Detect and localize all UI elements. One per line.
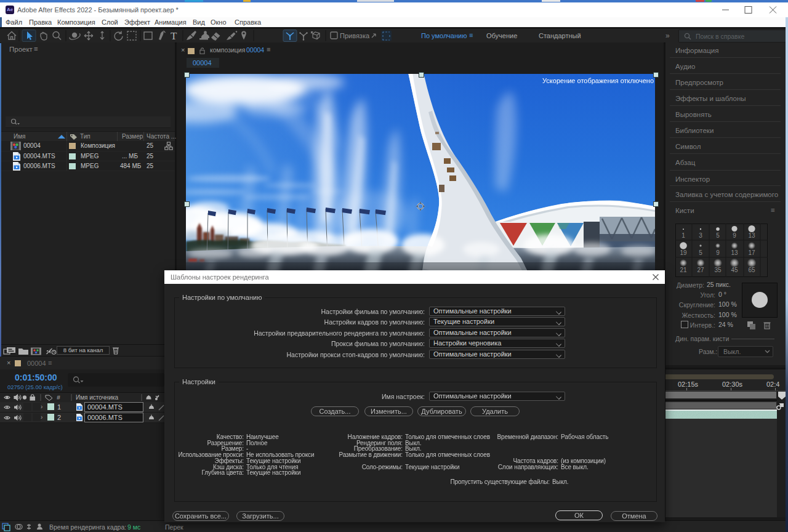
svg-text:9: 9 (733, 232, 736, 239)
svg-text:13: 13 (748, 232, 755, 239)
svg-text:9: 9 (716, 249, 720, 256)
svg-text:5: 5 (699, 249, 702, 256)
svg-text:45: 45 (731, 267, 738, 273)
svg-text:Ускорение отображения отключен: Ускорение отображения отключено (542, 77, 654, 84)
svg-text:19: 19 (680, 249, 687, 256)
svg-text:1: 1 (681, 232, 685, 239)
svg-text:#: # (57, 395, 60, 401)
svg-text:5: 5 (716, 232, 720, 239)
svg-text:17: 17 (748, 249, 755, 256)
svg-text:65: 65 (748, 267, 755, 273)
svg-text:3: 3 (699, 232, 702, 239)
svg-text:27: 27 (697, 267, 704, 273)
svg-text:13: 13 (731, 249, 738, 256)
svg-text:35: 35 (714, 267, 722, 273)
svg-text:T: T (171, 30, 177, 42)
svg-text:Имя источника: Имя источника (76, 394, 119, 401)
svg-text:21: 21 (680, 267, 687, 273)
